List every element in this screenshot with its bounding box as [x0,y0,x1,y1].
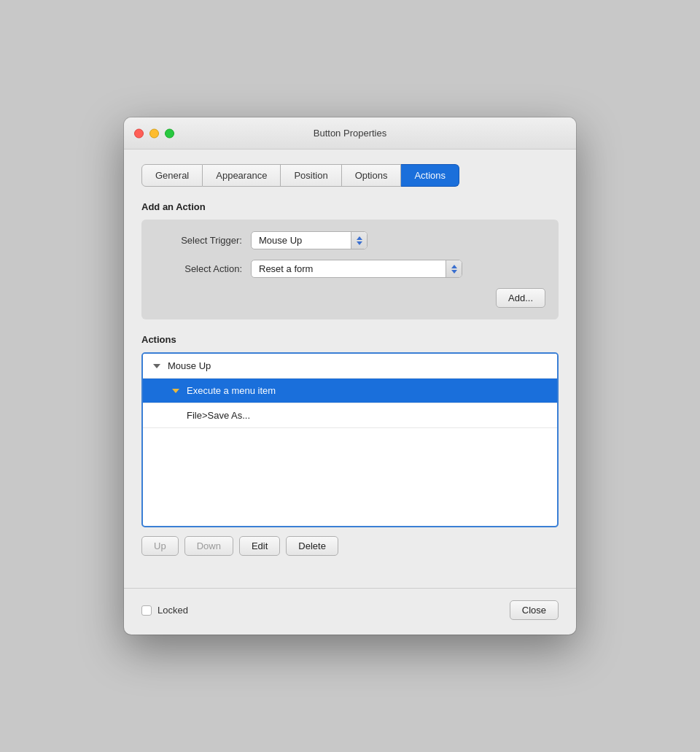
tab-bar: General Appearance Position Options Acti… [141,164,559,187]
title-bar: Button Properties [124,117,576,150]
close-button[interactable] [134,128,144,138]
add-button[interactable]: Add... [496,288,545,308]
main-content: General Appearance Position Options Acti… [124,150,576,588]
list-item[interactable]: File>Save As... [143,403,557,428]
tab-position[interactable]: Position [281,164,341,187]
sub-action-label: File>Save As... [187,410,250,421]
close-button[interactable]: Close [510,600,559,620]
group-label: Mouse Up [168,360,211,371]
list-item[interactable]: Mouse Up [143,354,557,379]
delete-button[interactable]: Delete [286,536,338,556]
chevron-down-icon [153,364,160,368]
locked-row: Locked [141,605,188,616]
locked-checkbox[interactable] [141,605,152,616]
action-label: Select Action: [155,263,242,274]
trigger-row: Select Trigger: Mouse Up Mouse Down Mous… [155,231,545,249]
trigger-select-wrapper: Mouse Up Mouse Down Mouse Enter Mouse Ex… [251,231,368,249]
edit-button[interactable]: Edit [239,536,280,556]
maximize-button[interactable] [165,128,174,138]
footer: Locked Close [124,588,576,635]
up-button[interactable]: Up [141,536,179,556]
add-action-title: Add an Action [141,201,559,212]
traffic-lights [134,128,174,138]
actions-section: Actions Mouse Up Execute a menu item Fil… [141,334,559,556]
action-row: Select Action: Reset a form Submit a for… [155,260,545,278]
dialog-window: Button Properties General Appearance Pos… [124,117,576,635]
trigger-label: Select Trigger: [155,235,242,246]
actions-list[interactable]: Mouse Up Execute a menu item File>Save A… [141,352,559,527]
add-action-box: Select Trigger: Mouse Up Mouse Down Mous… [141,220,559,319]
tab-general[interactable]: General [141,164,203,187]
add-button-row: Add... [155,288,545,308]
action-item-label: Execute a menu item [187,385,276,396]
down-button[interactable]: Down [184,536,233,556]
locked-label: Locked [158,605,188,616]
minimize-button[interactable] [149,128,159,138]
actions-title: Actions [141,334,559,345]
action-select[interactable]: Reset a form Submit a form Execute a men… [251,260,462,278]
tab-appearance[interactable]: Appearance [203,164,281,187]
list-item[interactable]: Execute a menu item [143,379,557,403]
tab-actions[interactable]: Actions [401,164,459,187]
window-title: Button Properties [314,128,386,139]
action-select-wrapper: Reset a form Submit a form Execute a men… [251,260,462,278]
trigger-select[interactable]: Mouse Up Mouse Down Mouse Enter Mouse Ex… [251,231,368,249]
chevron-down-icon [172,389,179,393]
action-buttons-row: Up Down Edit Delete [141,536,559,556]
tab-options[interactable]: Options [342,164,402,187]
add-action-section: Add an Action Select Trigger: Mouse Up M… [141,201,559,319]
